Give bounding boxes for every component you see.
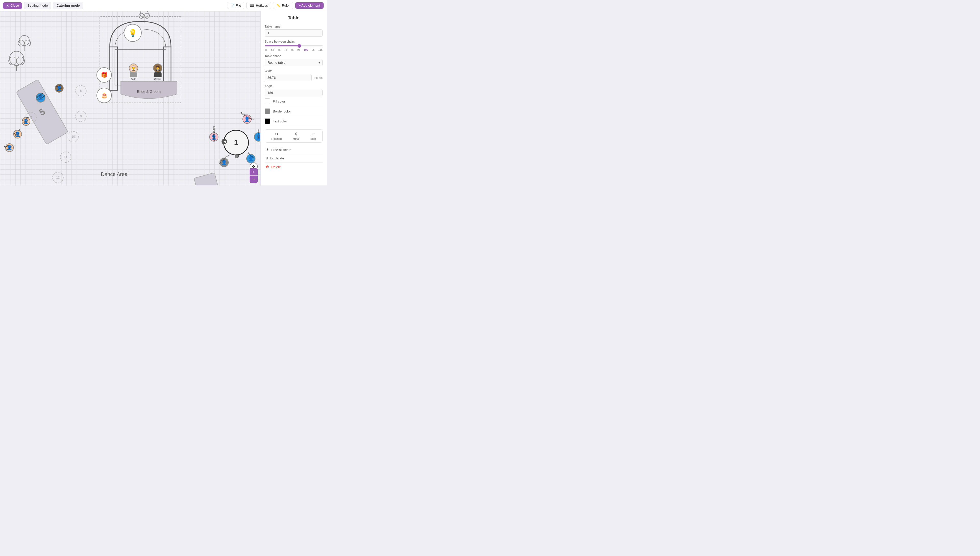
add-element-button[interactable]: + Add element xyxy=(295,2,324,9)
johanna-lowe-label: Johanna Lowe xyxy=(212,126,215,141)
width-unit: Inches xyxy=(314,76,322,79)
tree-2 xyxy=(17,34,31,52)
table-name-input[interactable] xyxy=(265,29,322,37)
scale-handle[interactable] xyxy=(235,154,239,158)
dance-area-label: Dance Area xyxy=(101,171,128,177)
slider-track[interactable] xyxy=(265,45,322,47)
gift-icon-circle: 🎁 xyxy=(96,67,112,82)
fill-color-swatch[interactable] xyxy=(265,99,270,104)
fill-color-label: Fill color xyxy=(273,99,285,103)
file-icon: 📄 xyxy=(230,3,235,7)
hotkeys-button[interactable]: ⌨ Hotkeys xyxy=(246,2,271,9)
compass-icon: ✛ xyxy=(252,165,255,168)
toolbar: ✕ Close Seating mode Catering mode 📄 Fil… xyxy=(0,0,327,11)
catering-mode-button[interactable]: Catering mode xyxy=(53,2,83,9)
delete-icon: 🗑 xyxy=(266,165,269,169)
bg-table-svg: Bride & Groom xyxy=(120,76,178,102)
space-chairs-label: Space between chairs xyxy=(265,40,322,44)
michele-frye-person: 👤 Michele Frye xyxy=(219,158,228,167)
groom-head: 🤵 xyxy=(153,63,162,73)
fill-color-row: Fill color xyxy=(265,96,322,107)
text-color-row: Text color xyxy=(265,116,322,126)
den-houston-person: 👤 DenHouston xyxy=(5,143,14,152)
gregor-benitez-person: 👤 GregorBenitez xyxy=(36,93,45,102)
width-input[interactable] xyxy=(265,74,312,81)
size-icon: ⤢ xyxy=(312,132,315,136)
svg-point-6 xyxy=(24,40,31,46)
angle-input[interactable] xyxy=(265,89,322,96)
action-row: ↻ Rotation ✥ Move ⤢ Size xyxy=(265,129,322,142)
tree-1 xyxy=(8,50,26,73)
slider-fill xyxy=(265,45,300,47)
johanna-lowe-person: 👤 Johanna Lowe xyxy=(209,133,219,142)
svg-rect-17 xyxy=(110,47,117,90)
width-label: Width xyxy=(265,70,322,73)
ghost-table-8[interactable]: 8 xyxy=(75,85,86,96)
ghost-table-10[interactable]: 10 xyxy=(68,131,79,142)
svg-point-0 xyxy=(10,51,24,66)
lightbulb-icon: 💡 xyxy=(128,29,137,37)
table-br xyxy=(194,172,226,186)
border-color-label: Border color xyxy=(273,110,291,113)
ghost-table-5[interactable]: 5 xyxy=(26,112,37,123)
zoom-out-button[interactable]: − xyxy=(249,176,258,183)
text-color-swatch[interactable] xyxy=(265,118,270,124)
olivia-duke-person: 👤 OliviaDuke xyxy=(55,84,63,92)
rotation-button[interactable]: ↻ Rotation xyxy=(271,132,282,140)
panel-title: Table xyxy=(265,15,322,21)
toolbar-right: 📄 File ⌨ Hotkeys 📏 Ruler + Add element xyxy=(227,2,324,9)
text-color-label: Text color xyxy=(273,120,287,123)
hide-icon: 👁 xyxy=(266,148,269,152)
border-color-swatch[interactable] xyxy=(265,108,270,114)
duplicate-icon: ⧉ xyxy=(266,156,268,160)
maid-of-honor-person: 👤 Maid-of-honor xyxy=(243,115,252,124)
ghost-table-9[interactable]: 9 xyxy=(75,111,86,122)
table-1[interactable]: 1 xyxy=(223,130,249,155)
right-panel: Table Table name Space between chairs 45… xyxy=(260,11,327,186)
bride-head: 👰 xyxy=(129,63,138,73)
bride-groom-table: Bride & Groom xyxy=(120,76,178,103)
ruler-icon: 📏 xyxy=(276,3,280,7)
space-slider-container: 45 55 65 75 85 95 100 05 115 xyxy=(265,45,322,51)
table-shape-label: Table shape xyxy=(265,54,322,58)
table-shape-select-wrapper: Round table xyxy=(265,59,322,66)
best-man-person: 👤 Best Man xyxy=(254,133,260,142)
close-icon: ✕ xyxy=(6,3,9,8)
ghost-table-11[interactable]: 11 xyxy=(60,152,71,163)
zoom-in-button[interactable]: + xyxy=(249,168,258,176)
move-icon: ✥ xyxy=(295,132,298,136)
cake-icon-circle: 🎂 xyxy=(96,88,112,103)
svg-text:Bride & Groom: Bride & Groom xyxy=(137,89,161,94)
main-layout: 💡 🎁 🎂 👰 Bride 🤵 Groom Bride & Groo xyxy=(0,11,327,186)
slider-thumb[interactable] xyxy=(298,44,301,48)
slider-labels: 45 55 65 75 85 95 100 05 115 xyxy=(265,48,322,51)
seating-mode-button[interactable]: Seating mode xyxy=(24,2,51,9)
darrel-frye-person: 👤 DarrelFrye xyxy=(13,130,22,139)
table-shape-select[interactable]: Round table xyxy=(265,59,322,66)
rotation-icon: ↻ xyxy=(275,132,278,136)
table-name-label: Table name xyxy=(265,25,322,28)
duplicate-button[interactable]: ⧉ Duplicate xyxy=(265,154,322,163)
delete-button[interactable]: 🗑 Delete xyxy=(265,163,322,171)
lightbulb-circle: 💡 xyxy=(124,24,142,42)
hotkeys-icon: ⌨ xyxy=(249,3,254,7)
table-br-surface[interactable] xyxy=(194,172,226,186)
file-button[interactable]: 📄 File xyxy=(227,2,245,9)
kit-carr-person: 👤 Kit Carr xyxy=(246,154,256,163)
cake-icon: 🎂 xyxy=(101,92,108,99)
svg-point-5 xyxy=(18,40,24,46)
width-row: Inches xyxy=(265,74,322,81)
zoom-controls: + − xyxy=(249,168,258,183)
best-man-label: Best Man xyxy=(257,129,260,139)
canvas[interactable]: 💡 🎁 🎂 👰 Bride 🤵 Groom Bride & Groo xyxy=(0,11,260,186)
hide-seats-button[interactable]: 👁 Hide all seats xyxy=(265,145,322,154)
gift-icon: 🎁 xyxy=(101,72,108,78)
rotate-handle[interactable]: ◀ xyxy=(222,139,227,144)
size-button[interactable]: ⤢ Size xyxy=(310,132,316,140)
ruler-button[interactable]: 📏 Ruler xyxy=(273,2,293,9)
close-button[interactable]: ✕ Close xyxy=(3,2,22,9)
move-button[interactable]: ✥ Move xyxy=(293,132,300,140)
ghost-table-12[interactable]: 12 xyxy=(52,172,63,183)
border-color-row: Border color xyxy=(265,107,322,116)
angle-label: Angle xyxy=(265,84,322,88)
